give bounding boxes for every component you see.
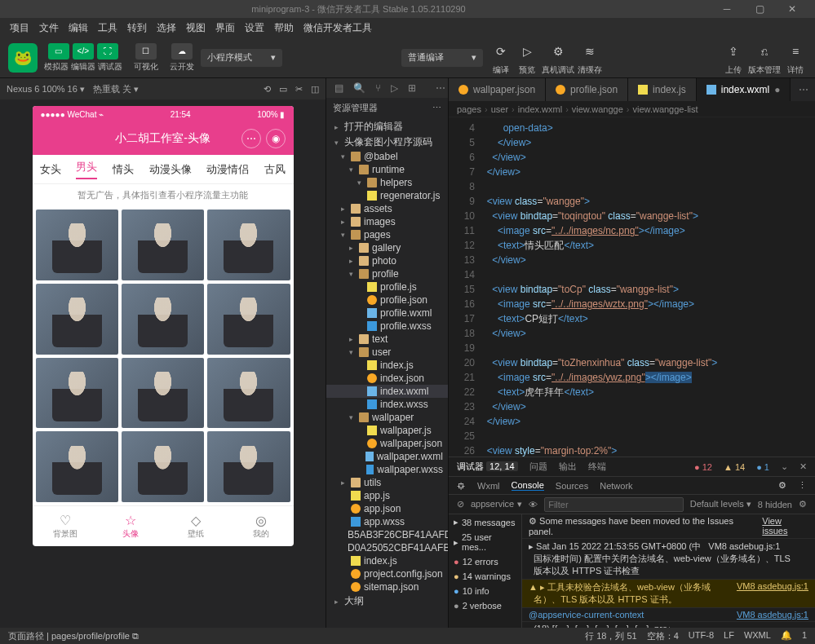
tree-item-B5AB3F26CBF41AAFD3...[interactable]: B5AB3F26CBF41AAFD3...	[326, 528, 448, 541]
msg-filter[interactable]: ●14 warnings	[449, 569, 521, 584]
cut-icon[interactable]: ✂	[295, 84, 303, 95]
avatar-cell[interactable]	[122, 284, 204, 355]
menu-项目[interactable]: 项目	[5, 20, 34, 37]
gear-icon[interactable]: ⚙	[778, 480, 786, 491]
file-icon[interactable]: ▤	[334, 82, 343, 94]
phone-simulator[interactable]: ●●●●● WeChat ⌁ 21:54 100% ▮ 小二胡工作室-头像 ⋯◉…	[33, 106, 294, 546]
toolbar-清缓存[interactable]: ≋	[578, 40, 601, 63]
menu-转到[interactable]: 转到	[122, 20, 152, 37]
menu-帮助[interactable]: 帮助	[269, 20, 299, 37]
user-avatar[interactable]: 🐸	[8, 43, 38, 73]
filter-input[interactable]	[544, 497, 683, 512]
toolbar-button[interactable]: ☁	[171, 43, 193, 60]
tab-output[interactable]: 输出	[559, 461, 577, 473]
statusbar-item[interactable]: UTF-8	[689, 630, 714, 642]
avatar-cell[interactable]	[36, 358, 118, 429]
levels-dropdown[interactable]: Default levels ▾	[690, 499, 751, 509]
devtool-tab-Sources[interactable]: Sources	[556, 481, 588, 491]
tree-item-app.json[interactable]: app.json	[326, 502, 448, 515]
menu-文件[interactable]: 文件	[34, 20, 64, 37]
toolbar-预览[interactable]: ▷	[516, 40, 538, 63]
mute-icon[interactable]: ▭	[279, 84, 287, 95]
rotate-icon[interactable]: ⟲	[264, 84, 271, 95]
tree-item-profile.wxss[interactable]: profile.wxss	[326, 320, 448, 333]
editor-tab-profile.json[interactable]: profile.json	[546, 78, 628, 101]
hidden-count[interactable]: 8 hidden	[758, 500, 792, 509]
tree-item-wallpaper.json[interactable]: wallpaper.json	[326, 437, 448, 450]
devtool-tab-Wxml[interactable]: Wxml	[477, 481, 500, 491]
code-editor[interactable]: 4567891011121314151617181920212223242526…	[449, 117, 815, 457]
statusbar-item[interactable]: 行 18，列 51	[585, 630, 637, 642]
tree-item-wallpaper.wxml[interactable]: wallpaper.wxml	[326, 450, 448, 463]
toolbar-详情[interactable]: ≡	[784, 40, 807, 63]
ext-icon[interactable]: ⊞	[408, 82, 416, 94]
search-icon[interactable]: 🔍	[353, 82, 365, 94]
tree-item-D0A25052CBF41AAFB6...[interactable]: D0A25052CBF41AAFB6...	[326, 541, 448, 554]
capsule-menu-icon[interactable]: ⋯	[241, 129, 261, 148]
gear-icon[interactable]: ⚙	[799, 499, 807, 509]
avatar-cell[interactable]	[207, 358, 290, 429]
msg-filter[interactable]: ●10 info	[449, 584, 521, 598]
tree-item-index.json[interactable]: index.json	[326, 372, 448, 385]
mode-dropdown[interactable]: 小程序模式▾	[201, 49, 282, 67]
close-button[interactable]: ✕	[776, 3, 808, 15]
tree-item-utils[interactable]: ▸utils	[326, 476, 448, 489]
caret-down-icon[interactable]: ⌄	[781, 461, 788, 472]
tree-item-photo[interactable]: ▸photo	[326, 254, 448, 267]
toolbar-上传[interactable]: ⇪	[722, 40, 745, 63]
tree-item-text[interactable]: ▸text	[326, 333, 448, 346]
avatar-cell[interactable]	[122, 358, 204, 429]
msg-filter[interactable]: ▸25 user mes...	[449, 530, 521, 554]
avatar-cell[interactable]	[36, 210, 118, 280]
maximize-button[interactable]: ▢	[743, 3, 776, 15]
tab-debugger[interactable]: 调试器 12, 14	[457, 461, 518, 473]
compile-dropdown[interactable]: 普通编译▾	[401, 49, 483, 67]
statusbar-item[interactable]: 🔔	[781, 630, 792, 642]
tree-item-index.js[interactable]: index.js	[326, 359, 448, 372]
phone-tab[interactable]: 情头	[113, 162, 134, 177]
phone-tab[interactable]: 动漫头像	[149, 162, 192, 177]
msg-filter[interactable]: ●2 verbose	[449, 598, 521, 613]
menu-选择[interactable]: 选择	[152, 20, 181, 37]
tree-item-app.wxss[interactable]: app.wxss	[326, 515, 448, 528]
toolbar-button[interactable]: ▭	[48, 43, 69, 60]
menu-界面[interactable]: 界面	[210, 20, 240, 37]
console-message[interactable]: (18) [{…}, {…}, {…}, {…}, {…} pro↓	[522, 622, 815, 628]
toolbar-button[interactable]: </>	[73, 43, 94, 60]
tabbar-我的[interactable]: ◎我的	[228, 506, 294, 546]
phone-tab[interactable]: 动漫情侣	[206, 162, 249, 177]
device-dropdown[interactable]: Nexus 6 100% 16 ▾	[7, 84, 85, 95]
more-icon[interactable]: ⋯	[432, 103, 441, 113]
tree-item-profile.wxml[interactable]: profile.wxml	[326, 307, 448, 320]
expand-icon[interactable]: ◫	[311, 84, 319, 95]
avatar-cell[interactable]	[207, 284, 290, 355]
tree-item-gallery[interactable]: ▸gallery	[326, 241, 448, 254]
toolbar-版本管理[interactable]: ⎌	[753, 40, 776, 63]
more-icon[interactable]: ⋮	[798, 480, 807, 491]
close-panel-icon[interactable]: ✕	[799, 461, 807, 472]
console-message[interactable]: ⚙ Some messages have been moved to the I…	[522, 514, 815, 539]
debug-icon[interactable]: ▷	[391, 82, 398, 94]
breadcrumb-seg[interactable]: user	[491, 104, 508, 114]
tabbar-背景图[interactable]: ♡背景图	[33, 506, 98, 546]
tree-item-runtime[interactable]: ▾runtime	[326, 163, 448, 176]
avatar-cell[interactable]	[36, 431, 118, 502]
phone-tab[interactable]: 女头	[40, 162, 61, 177]
tree-item-sitemap.json[interactable]: sitemap.json	[326, 580, 448, 593]
tree-item-profile[interactable]: ▾profile	[326, 267, 448, 280]
section-project-root[interactable]: ▾头像套图小程序源码	[326, 135, 448, 150]
avatar-cell[interactable]	[207, 431, 290, 502]
phone-tab[interactable]: 古风	[264, 162, 286, 177]
phone-tab[interactable]: 男头	[76, 160, 97, 179]
tree-item-regenerator.js[interactable]: regenerator.js	[326, 189, 448, 202]
tree-item-wallpaper.wxss[interactable]: wallpaper.wxss	[326, 463, 448, 476]
breadcrumb-seg[interactable]: view.wangge-list	[632, 104, 698, 114]
editor-tab-index.js[interactable]: index.js	[628, 78, 697, 101]
inspect-icon[interactable]: ⯐	[457, 481, 466, 491]
devtool-tab-Console[interactable]: Console	[512, 480, 544, 491]
tree-item-wallpaper[interactable]: ▾wallpaper	[326, 411, 448, 424]
avatar-cell[interactable]	[122, 210, 204, 280]
breadcrumb-seg[interactable]: index.wxml	[518, 104, 562, 114]
avatar-cell[interactable]	[122, 431, 204, 502]
scope-dropdown[interactable]: appservice ▾	[471, 499, 522, 509]
